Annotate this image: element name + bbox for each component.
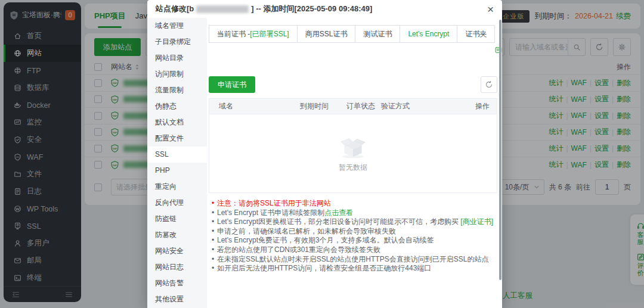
dialog-menu: 域名管理子目录绑定网站目录访问限制流量限制伪静态默认文档配置文件SSLPHP重定…: [147, 18, 207, 308]
cert-tab-label: 测试证书: [363, 30, 392, 38]
modal-scrollbar[interactable]: [499, 20, 501, 280]
modal-menu-site-alert[interactable]: 网站告警: [147, 275, 207, 291]
bt-panel-page: 宝塔面板·腾讯... 0 首页网站FTP数据库Docker监控安全WAF文件日志…: [0, 0, 644, 308]
notes-list: •注意：请勿将SSL证书用于非法网站•Let's Encrypt 证书申请和续签…: [209, 199, 497, 273]
cert-tabs-row: 当前证书 -[已部署SSL]商用SSL证书测试证书Let's Encrypt证书…: [209, 25, 497, 70]
refresh-cert-list-button[interactable]: [481, 76, 497, 93]
note-text: 如开启后无法使用HTTPS访问，请检查安全组是否正确放行443端口: [217, 264, 431, 273]
modal-menu-ssl[interactable]: SSL: [147, 147, 207, 163]
modal-menu-access[interactable]: 访问限制: [147, 66, 207, 82]
note-text-part: 注意：请勿将SSL证书用于非法网站: [217, 199, 331, 207]
modal-menu-domain[interactable]: 域名管理: [147, 18, 207, 34]
modal-menu-rewrite[interactable]: 伪静态: [147, 98, 207, 114]
modal-menu-tamper[interactable]: 防篡改: [147, 227, 207, 243]
note-text: 在未指定SSL默认站点时未开启SSL的站点使用HTTPS会直接访问到已开启SSL…: [217, 255, 488, 265]
cert-table: 域名到期时间订单状态验证方式操作 暂无数据: [209, 98, 497, 193]
close-icon[interactable]: ×: [487, 4, 494, 15]
note-text-part: Let's Encrypt 证书申请和续签限制: [217, 209, 324, 217]
dialog-content: 当前证书 -[已部署SSL]商用SSL证书测试证书Let's Encrypt证书…: [207, 18, 499, 308]
ssl-note: •Let's Encrypt 证书申请和续签限制点击查看: [209, 209, 497, 218]
note-text-part: 点击查看: [324, 209, 353, 217]
note-text-part: 在未指定SSL默认站点时未开启SSL的站点使用HTTPS会直接访问到已开启SSL…: [217, 255, 488, 263]
ssl-note: •注意：请勿将SSL证书用于非法网站: [209, 199, 497, 209]
cert-table-body: 暂无数据: [209, 114, 497, 192]
note-bullet-icon: •: [209, 209, 217, 218]
modal-menu-site-log[interactable]: 网站日志: [147, 259, 207, 275]
note-text-part: Let's Encrypt免费证书，有效期3个月，支持多域名。默认会自动续签: [217, 236, 434, 244]
modal-menu-subdir[interactable]: 子目录绑定: [147, 34, 207, 50]
note-text-part: 如开启后无法使用HTTPS访问，请检查安全组是否正确放行443端口: [217, 264, 431, 272]
cert-col-2: 订单状态: [346, 101, 381, 111]
note-bullet-icon: •: [209, 236, 217, 245]
note-text: 注意：请勿将SSL证书用于非法网站: [217, 199, 331, 209]
modal-menu-php[interactable]: PHP: [147, 163, 207, 179]
note-text-part: Let's Encrypt因更换根证书，部分老旧设备访问时可能提示不可信，考虑购…: [217, 217, 460, 226]
empty-state: 暂无数据: [338, 135, 369, 173]
note-text-part: 申请之前，请确保域名已解析，如未解析会导致审核失败: [217, 227, 396, 235]
note-text: 申请之前，请确保域名已解析，如未解析会导致审核失败: [217, 227, 396, 237]
cert-col-3: 验证方式: [381, 101, 461, 111]
modal-menu-redirect[interactable]: 重定向: [147, 179, 207, 195]
cert-tab-label: Let's Encrypt: [408, 30, 449, 38]
note-text-part: [商业证书]: [460, 217, 493, 226]
modal-menu-site-security[interactable]: 网站安全: [147, 243, 207, 259]
cert-tab-label: [已部署SSL]: [250, 30, 289, 38]
note-text-part: 若您的站点使用了CDN或301重定向会导致续签失败: [217, 245, 380, 254]
ssl-note: •若您的站点使用了CDN或301重定向会导致续签失败: [209, 245, 497, 255]
dialog-titlebar: 站点修改[b ] -- 添加时间[2025-05-09 09:48:49] ×: [147, 0, 502, 18]
modal-menu-config[interactable]: 配置文件: [147, 130, 207, 147]
modal-menu-other[interactable]: 其他设置: [147, 291, 207, 307]
ssl-note: •申请之前，请确保域名已解析，如未解析会导致审核失败: [209, 227, 497, 237]
cert-tab-commercial-ssl[interactable]: 商用SSL证书: [298, 26, 356, 42]
cert-col-0: 域名: [209, 101, 300, 111]
note-text: Let's Encrypt因更换根证书，部分老旧设备访问时可能提示不可信，考虑购…: [217, 217, 493, 227]
cert-tab-label: 当前证书 -: [217, 30, 250, 38]
note-text: 若您的站点使用了CDN或301重定向会导致续签失败: [217, 245, 380, 255]
cert-tab-test-cert[interactable]: 测试证书: [355, 26, 400, 42]
ssl-note: •Let's Encrypt因更换根证书，部分老旧设备访问时可能提示不可信，考虑…: [209, 217, 497, 227]
ssl-note: •在未指定SSL默认站点时未开启SSL的站点使用HTTPS会直接访问到已开启SS…: [209, 255, 497, 265]
modal-menu-default-doc[interactable]: 默认文档: [147, 114, 207, 130]
cert-tab-lets-encrypt[interactable]: Let's Encrypt: [400, 26, 457, 42]
note-text: Let's Encrypt 证书申请和续签限制点击查看: [217, 209, 353, 218]
dialog-title-suffix: ] -- 添加时间[2025-05-09 09:48:49]: [251, 4, 372, 14]
cert-tab-cert-folder[interactable]: 证书夹: [457, 26, 494, 42]
modal-menu-proxy[interactable]: 反向代理: [147, 195, 207, 211]
cert-tab-label: 商用SSL证书: [305, 30, 348, 38]
note-bullet-icon: •: [209, 255, 217, 265]
note-bullet-icon: •: [209, 217, 217, 227]
note-text: Let's Encrypt免费证书，有效期3个月，支持多域名。默认会自动续签: [217, 236, 434, 245]
note-bullet-icon: •: [209, 227, 217, 237]
modal-menu-hotlink[interactable]: 防盗链: [147, 211, 207, 227]
empty-box-illustration: [338, 135, 369, 159]
cert-actions-row: 申请证书: [209, 76, 497, 93]
cert-tabs: 当前证书 -[已部署SSL]商用SSL证书测试证书Let's Encrypt证书…: [209, 25, 495, 43]
cert-tab-current-cert[interactable]: 当前证书 -[已部署SSL]: [209, 26, 298, 42]
cert-col-4: 操作: [461, 101, 497, 111]
note-bullet-icon: •: [209, 199, 217, 209]
dialog-title-prefix: 站点修改[b: [156, 4, 194, 14]
censored-domain: [196, 5, 249, 13]
note-bullet-icon: •: [209, 245, 217, 255]
empty-text: 暂无数据: [339, 163, 367, 173]
ssl-note: •如开启后无法使用HTTPS访问，请检查安全组是否正确放行443端口: [209, 264, 497, 273]
ssl-note: •Let's Encrypt免费证书，有效期3个月，支持多域名。默认会自动续签: [209, 236, 497, 245]
modal-menu-sitedir[interactable]: 网站目录: [147, 50, 207, 66]
note-bullet-icon: •: [209, 264, 217, 273]
modal-menu-traffic[interactable]: 流量限制: [147, 82, 207, 98]
cert-tab-label: 证书夹: [465, 30, 487, 38]
cert-table-header: 域名到期时间订单状态验证方式操作: [209, 99, 497, 114]
apply-cert-button[interactable]: 申请证书: [209, 76, 255, 93]
cert-col-1: 到期时间: [300, 101, 346, 111]
site-modify-dialog: 站点修改[b ] -- 添加时间[2025-05-09 09:48:49] × …: [147, 0, 502, 308]
